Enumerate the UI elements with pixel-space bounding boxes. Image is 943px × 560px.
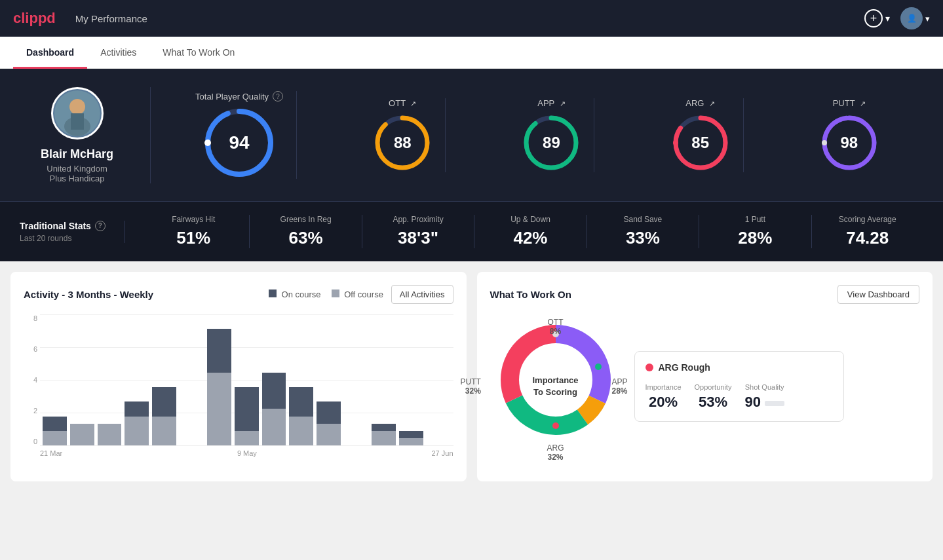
bar-off-course [98,424,122,445]
chevron-down-icon: ▾ [885,13,890,24]
player-info: Blair McHarg United Kingdom Plus Handica… [20,87,151,183]
bar-chart: 8642021 Mar9 May27 Jun [24,314,453,465]
stat-sand-save: Sand Save 33% [587,215,699,248]
info-metrics: Importance 20% Opportunity 53% Shot Qual… [645,383,833,411]
bar-off-course [372,431,396,445]
app-label: APP [537,98,554,108]
chart-legend: On course Off course [269,289,383,299]
avatar-chevron-icon: ▾ [925,14,930,24]
trad-stats-info-icon[interactable]: ? [95,221,106,231]
putt-arrow-icon: ↗ [860,100,866,107]
ott-value: 88 [394,134,412,152]
bottom-section: Activity - 3 Months - Weekly On course O… [0,261,943,492]
bar-on-course [317,401,341,423]
ott-label: OTT [389,98,406,108]
bar-group [152,314,176,445]
info-dot [645,364,653,371]
all-activities-button[interactable]: All Activities [391,285,453,304]
activity-chart-title: Activity - 3 Months - Weekly [24,289,153,300]
bar-group [372,314,396,445]
tab-activities[interactable]: Activities [87,37,149,69]
trad-label-block: Traditional Stats ? Last 20 rounds [20,221,125,243]
x-label-21mar: 21 Mar [40,449,62,457]
bar-off-course [317,424,341,445]
svg-rect-3 [71,113,84,130]
bar-group [98,314,122,445]
shot-quality-bar [765,401,784,406]
trad-stats-subtitle: Last 20 rounds [20,234,111,243]
bar-group [180,314,204,445]
app-arrow-icon: ↗ [560,100,566,107]
bar-off-course [125,417,149,445]
bar-on-course [152,387,176,416]
hero-section: Blair McHarg United Kingdom Plus Handica… [0,69,943,201]
arg-arrow-icon: ↗ [709,100,715,107]
bar-group [317,314,341,445]
bar-off-course [43,431,67,445]
ott-circle: 88 [373,113,432,172]
wtwo-header: What To Work On View Dashboard [490,285,920,304]
player-avatar [51,87,104,140]
total-quality-label: Total Player Quality [195,92,269,102]
stat-app-proximity: App. Proximity 38'3" [362,215,474,248]
ott-arrow-icon: ↗ [410,100,416,107]
bar-off-course [207,373,231,445]
importance-metric: Importance 20% [645,383,682,411]
logo: clippd [13,10,56,27]
total-quality-block: Total Player Quality ? 94 [182,91,297,179]
bar-off-course [399,438,423,445]
player-handicap: Plus Handicap [50,174,105,183]
arg-rough-info-card: ARG Rough Importance 20% Opportunity 53%… [634,351,844,422]
bar-off-course [262,409,286,445]
app-block: APP ↗ 89 [509,98,594,172]
bar-on-course [372,424,396,431]
bar-on-course [235,387,259,431]
app-segment-label: APP 28% [611,377,627,396]
arg-circle: 85 [671,113,730,172]
putt-block: PUTT ↗ 98 [807,98,892,172]
view-dashboard-button[interactable]: View Dashboard [837,285,919,304]
bar-group [207,314,231,445]
hero-inner: Blair McHarg United Kingdom Plus Handica… [20,84,923,185]
bar-group [427,314,451,445]
tab-dashboard[interactable]: Dashboard [13,37,87,69]
wtwo-title: What To Work On [490,289,571,300]
svg-point-23 [595,364,602,370]
bar-off-course [152,417,176,445]
bar-on-course [125,401,149,416]
stat-scoring-avg: Scoring Average 74.28 [812,215,923,248]
activity-card-header: Activity - 3 Months - Weekly On course O… [24,285,453,304]
plus-icon: + [864,9,883,28]
off-course-legend: Off course [332,289,383,299]
bar-off-course [70,424,94,445]
player-country: United Kingdom [47,164,107,174]
bar-group [125,314,149,445]
bar-on-course [43,417,67,431]
arg-segment-label: ARG 32% [547,443,564,462]
arg-block: ARG ↗ 85 [658,98,744,172]
ott-block: OTT ↗ 88 [360,98,446,172]
on-course-legend: On course [269,289,321,299]
bar-on-course [207,329,231,373]
bar-group [235,314,259,445]
bar-group [70,314,94,445]
tabs-bar: Dashboard Activities What To Work On [0,37,943,69]
total-quality-info-icon[interactable]: ? [273,91,283,102]
stat-up-down: Up & Down 42% [474,215,587,248]
add-button[interactable]: + ▾ [864,9,890,28]
info-card-title: ARG Rough [645,362,833,373]
scores-section: Total Player Quality ? 94 OTT ↗ [151,84,923,185]
arg-label: ARG [685,98,704,108]
nav-actions: + ▾ 👤 ▾ [864,7,930,29]
bar-off-course [235,431,259,445]
total-quality-circle: 94 [203,107,275,179]
bar-group [399,314,423,445]
total-quality-value: 94 [229,132,250,153]
putt-circle: 98 [820,113,879,172]
tab-what-to-work-on[interactable]: What To Work On [149,37,248,69]
putt-value: 98 [840,134,858,152]
x-label-27jun: 27 Jun [431,449,453,457]
user-avatar-button[interactable]: 👤 ▾ [900,7,930,29]
top-nav: clippd My Performance + ▾ 👤 ▾ [0,0,943,37]
bar-group [289,314,313,445]
